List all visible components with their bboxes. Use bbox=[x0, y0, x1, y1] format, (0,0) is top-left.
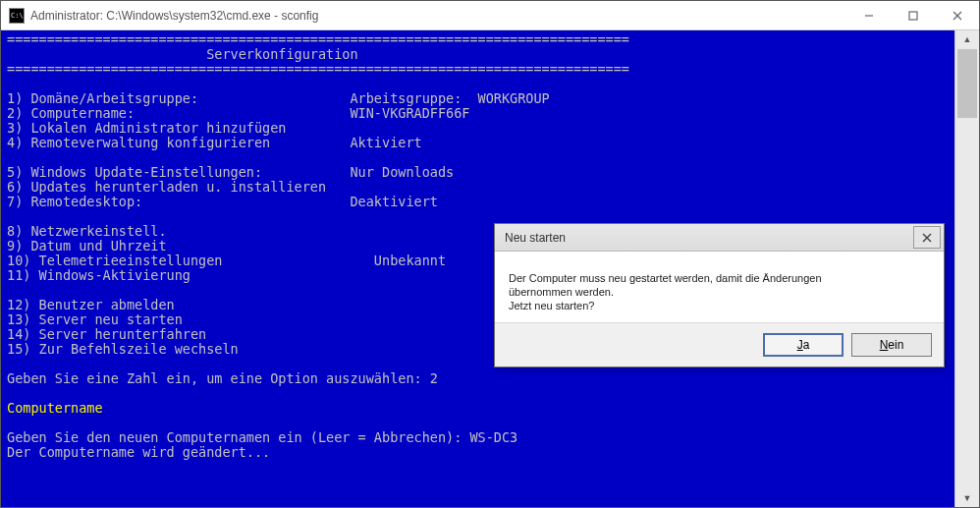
dialog-title-text: Neu starten bbox=[505, 231, 566, 245]
dialog-button-row: Ja Nein bbox=[495, 322, 944, 367]
dialog-body: Der Computer muss neu gestartet werden, … bbox=[495, 252, 944, 322]
maximize-button[interactable] bbox=[891, 1, 935, 30]
cmd-icon bbox=[9, 8, 25, 24]
window-controls bbox=[846, 1, 979, 30]
scroll-thumb[interactable] bbox=[957, 49, 977, 118]
scroll-down-icon[interactable]: ▼ bbox=[955, 489, 979, 507]
dialog-message-line: Der Computer muss neu gestartet werden, … bbox=[509, 271, 930, 285]
vertical-scrollbar[interactable]: ▲ ▼ bbox=[954, 30, 979, 507]
restart-dialog: Neu starten Der Computer muss neu gestar… bbox=[494, 223, 945, 367]
yes-button[interactable]: Ja bbox=[763, 333, 844, 357]
titlebar[interactable]: Administrator: C:\Windows\system32\cmd.e… bbox=[1, 1, 979, 30]
dialog-close-button[interactable] bbox=[913, 226, 941, 249]
window-title: Administrator: C:\Windows\system32\cmd.e… bbox=[30, 9, 846, 23]
svg-rect-1 bbox=[909, 12, 917, 20]
scroll-up-icon[interactable]: ▲ bbox=[955, 30, 979, 48]
dialog-message-line: Jetzt neu starten? bbox=[509, 299, 930, 312]
no-button[interactable]: Nein bbox=[851, 333, 932, 357]
dialog-titlebar[interactable]: Neu starten bbox=[495, 224, 944, 252]
minimize-button[interactable] bbox=[846, 1, 891, 30]
close-button[interactable] bbox=[935, 1, 979, 30]
dialog-message-line: übernommen werden. bbox=[509, 285, 930, 299]
